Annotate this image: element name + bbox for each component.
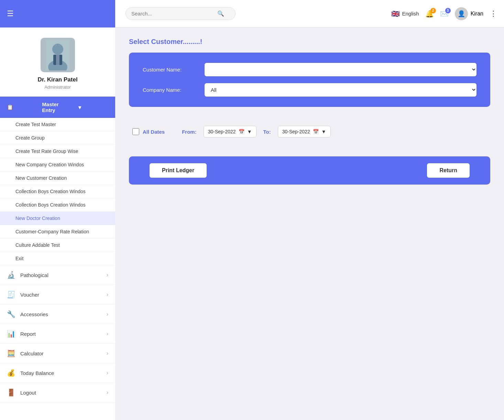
submenu-create-test-rate-group[interactable]: Create Test Rate Group Wise: [0, 145, 115, 158]
more-options-button[interactable]: ⋮: [490, 9, 497, 18]
customer-name-row: Customer Name:: [143, 63, 476, 76]
pathological-icon: 🔬: [7, 271, 15, 279]
user-menu[interactable]: 👤 Kiran: [455, 7, 483, 20]
submenu-customer-company-rate[interactable]: Customer-Company Rate Relation: [0, 225, 115, 239]
header-right: 🇬🇧 English 🔔 2 ✉️ 3 👤 Kiran ⋮: [391, 7, 497, 20]
to-label: To:: [263, 129, 271, 135]
accessories-chevron: ›: [107, 311, 108, 317]
master-entry-chevron: ▼: [77, 104, 108, 110]
hamburger-button[interactable]: ☰: [7, 9, 14, 18]
return-button[interactable]: Return: [427, 163, 470, 178]
calculator-chevron: ›: [107, 350, 108, 356]
submenu-culture-addable[interactable]: Culture Addable Test: [0, 239, 115, 252]
svg-rect-4: [56, 55, 59, 65]
print-ledger-button[interactable]: Print Ledger: [150, 163, 207, 178]
messages-badge: 3: [445, 8, 451, 13]
master-entry-submenu: Create Test Master Create Group Create T…: [0, 118, 115, 265]
messages-button[interactable]: ✉️ 3: [440, 10, 449, 18]
sidebar-item-pathological[interactable]: 🔬 Pathological ›: [0, 265, 115, 285]
pathological-chevron: ›: [107, 272, 108, 278]
action-buttons-row: Print Ledger Return: [129, 156, 490, 185]
today-balance-chevron: ›: [107, 370, 108, 376]
to-date-calendar-icon[interactable]: 📅: [313, 129, 319, 134]
sidebar-logo-area: ☰: [0, 0, 115, 27]
company-name-select[interactable]: All: [205, 83, 476, 97]
sidebar-item-today-balance[interactable]: 💰 Today Balance ›: [0, 363, 115, 383]
search-input[interactable]: [131, 11, 217, 16]
submenu-create-group[interactable]: Create Group: [0, 131, 115, 145]
accessories-icon: 🔧: [7, 310, 15, 318]
page-title: Select Customer.........!: [129, 38, 490, 46]
submenu-new-customer[interactable]: New Customer Creation: [0, 172, 115, 185]
master-entry-section: 📋 Master Entry ▼: [0, 97, 115, 118]
sidebar-item-calculator[interactable]: 🧮 Calculator ›: [0, 344, 115, 363]
sidebar-item-voucher[interactable]: 🧾 Voucher ›: [0, 285, 115, 305]
profile-name: Dr. Kiran Patel: [37, 76, 77, 83]
to-date-chevron-icon: ▼: [321, 129, 326, 134]
voucher-icon: 🧾: [7, 290, 15, 299]
calculator-label: Calculator: [20, 351, 102, 356]
to-date-value: 30-Sep-2022: [282, 129, 310, 134]
sidebar-item-report[interactable]: 📊 Report ›: [0, 324, 115, 344]
company-name-row: Company Name: All: [143, 83, 476, 97]
from-date-calendar-icon[interactable]: 📅: [239, 129, 244, 134]
from-date-value: 30-Sep-2022: [208, 129, 236, 134]
search-box[interactable]: 🔍: [125, 7, 235, 20]
customer-name-label: Customer Name:: [143, 67, 198, 73]
voucher-chevron: ›: [107, 291, 108, 298]
submenu-collection-boys-1[interactable]: Collection Boys Creation Windos: [0, 185, 115, 198]
search-icon: 🔍: [217, 10, 224, 17]
report-chevron: ›: [107, 331, 108, 337]
submenu-collection-boys-2[interactable]: Collection Boys Creation Windos: [0, 198, 115, 212]
header: ☰ 🔍 🇬🇧 English 🔔 2 ✉️ 3 👤 Kiran ⋮: [0, 0, 504, 27]
notifications-badge: 2: [430, 8, 436, 13]
flag-icon: 🇬🇧: [391, 10, 400, 18]
language-selector[interactable]: 🇬🇧 English: [391, 10, 419, 18]
company-name-label: Company Name:: [143, 87, 198, 93]
logout-icon: 🚪: [7, 388, 15, 397]
logout-chevron: ›: [107, 389, 108, 396]
user-name: Kiran: [471, 11, 483, 17]
date-filter-row: All Dates From: 30-Sep-2022 📅 ▼ To: 30-S…: [129, 117, 490, 146]
from-date-chevron-icon: ▼: [247, 129, 252, 134]
today-balance-icon: 💰: [7, 369, 15, 377]
language-label: English: [402, 11, 419, 16]
avatar: 👤: [455, 7, 468, 20]
from-date-input[interactable]: 30-Sep-2022 📅 ▼: [204, 126, 256, 137]
voucher-label: Voucher: [20, 292, 102, 298]
all-dates-label: All Dates: [143, 129, 165, 135]
sidebar-item-accessories[interactable]: 🔧 Accessories ›: [0, 305, 115, 324]
today-balance-label: Today Balance: [20, 370, 102, 376]
profile-role: Administrator: [44, 85, 71, 90]
submenu-new-company[interactable]: New Company Creation Windos: [0, 158, 115, 172]
pathological-label: Pathological: [20, 272, 102, 278]
master-entry-icon: 📋: [7, 104, 38, 110]
from-label: From:: [182, 129, 197, 135]
report-label: Report: [20, 331, 102, 337]
main-layout: Dr. Kiran Patel Administrator 📋 Master E…: [0, 27, 504, 420]
accessories-label: Accessories: [20, 311, 102, 317]
logout-label: Logout: [20, 390, 102, 396]
submenu-create-test-master[interactable]: Create Test Master: [0, 118, 115, 131]
master-entry-label: Master Entry: [42, 101, 73, 113]
sidebar-item-logout[interactable]: 🚪 Logout ›: [0, 383, 115, 402]
search-area: 🔍: [115, 7, 391, 20]
to-date-input[interactable]: 30-Sep-2022 📅 ▼: [278, 126, 331, 137]
sidebar: Dr. Kiran Patel Administrator 📋 Master E…: [0, 27, 115, 420]
master-entry-header[interactable]: 📋 Master Entry ▼: [0, 97, 115, 118]
profile-avatar: [41, 38, 75, 72]
customer-name-select[interactable]: [205, 63, 476, 76]
notifications-button[interactable]: 🔔 2: [425, 10, 434, 18]
submenu-exit[interactable]: Exit: [0, 252, 115, 265]
customer-form-card: Customer Name: Company Name: All: [129, 53, 490, 107]
svg-point-1: [52, 44, 63, 55]
calculator-icon: 🧮: [7, 349, 15, 357]
all-dates-check: All Dates: [132, 128, 165, 135]
sidebar-profile: Dr. Kiran Patel Administrator: [0, 27, 115, 97]
main-content: Select Customer.........! Customer Name:…: [115, 27, 504, 420]
report-icon: 📊: [7, 330, 15, 338]
submenu-new-doctor[interactable]: New Doctor Creation: [0, 212, 115, 225]
all-dates-checkbox[interactable]: [132, 128, 139, 135]
